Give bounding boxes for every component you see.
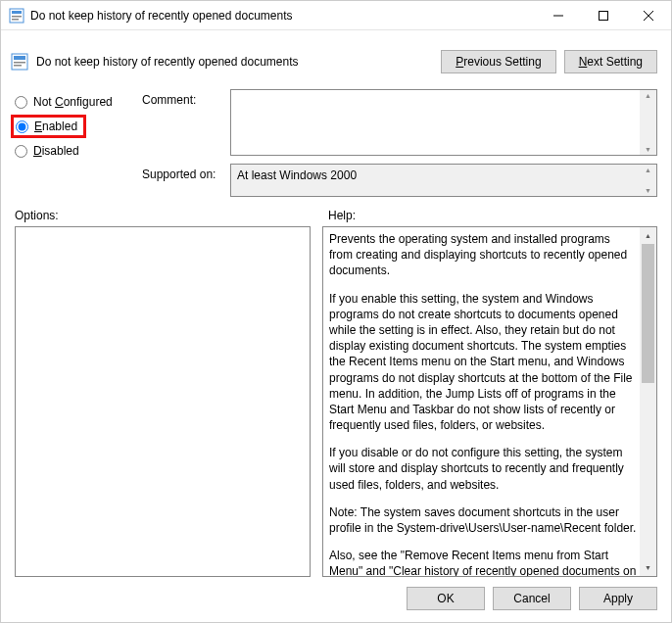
radio-not-configured[interactable]: Not Configured xyxy=(15,95,142,109)
help-text: If you disable or do not configure this … xyxy=(329,445,637,493)
supported-on-text: At least Windows 2000 xyxy=(237,168,357,182)
help-label: Help: xyxy=(328,209,657,222)
highlight-box: Enabled xyxy=(11,115,86,138)
cancel-button[interactable]: Cancel xyxy=(493,587,571,610)
previous-setting-button[interactable]: Previous Setting xyxy=(441,50,555,73)
scroll-down-icon[interactable]: ▼ xyxy=(640,559,656,576)
next-setting-button[interactable]: Next Setting xyxy=(564,50,657,73)
apply-button[interactable]: Apply xyxy=(579,587,657,610)
window-title: Do not keep history of recently opened d… xyxy=(30,9,536,23)
svg-rect-11 xyxy=(14,65,22,67)
radio-enabled[interactable]: Enabled xyxy=(16,120,77,133)
radio-enabled-input[interactable] xyxy=(16,120,28,133)
help-text: If you enable this setting, the system a… xyxy=(329,291,637,434)
svg-rect-9 xyxy=(14,56,25,60)
titlebar: Do not keep history of recently opened d… xyxy=(1,1,671,30)
minimize-button[interactable] xyxy=(536,1,581,30)
policy-icon xyxy=(11,53,28,71)
comment-textarea[interactable]: ▲ ▼ xyxy=(230,89,657,156)
scroll-up-icon[interactable]: ▲ xyxy=(640,90,656,101)
supported-scrollbar: ▲ ▼ xyxy=(640,165,656,196)
help-text: Also, see the "Remove Recent Items menu … xyxy=(329,548,637,577)
help-panel: Prevents the operating system and instal… xyxy=(322,226,657,577)
supported-on-label: Supported on: xyxy=(142,164,230,197)
close-button[interactable] xyxy=(626,1,671,30)
scroll-up-icon[interactable]: ▲ xyxy=(640,227,656,244)
radio-disabled-input[interactable] xyxy=(15,145,27,158)
options-label: Options: xyxy=(15,209,311,222)
content: Not Configured Enabled Disabled Comment:… xyxy=(1,85,671,577)
policy-icon xyxy=(9,8,24,24)
ok-button[interactable]: OK xyxy=(407,587,485,610)
svg-rect-1 xyxy=(12,11,22,14)
radio-not-configured-input[interactable] xyxy=(15,96,27,109)
scroll-thumb[interactable] xyxy=(642,244,654,383)
help-text: Note: The system saves document shortcut… xyxy=(329,504,637,536)
svg-rect-2 xyxy=(12,16,22,18)
maximize-button[interactable] xyxy=(581,1,626,30)
comment-label: Comment: xyxy=(142,89,230,156)
policy-name: Do not keep history of recently opened d… xyxy=(36,55,441,69)
footer: OK Cancel Apply xyxy=(1,577,671,622)
help-scrollbar[interactable]: ▲ ▼ xyxy=(640,227,656,576)
scroll-up-icon: ▲ xyxy=(640,165,656,175)
options-panel xyxy=(15,226,311,577)
scroll-track[interactable] xyxy=(640,244,656,559)
radio-disabled[interactable]: Disabled xyxy=(15,144,142,158)
scroll-down-icon: ▼ xyxy=(640,185,656,196)
help-text: Prevents the operating system and instal… xyxy=(329,231,637,279)
svg-rect-5 xyxy=(600,11,608,20)
header: Do not keep history of recently opened d… xyxy=(1,30,671,85)
scroll-down-icon[interactable]: ▼ xyxy=(640,144,656,155)
svg-rect-10 xyxy=(14,62,25,64)
comment-scrollbar[interactable]: ▲ ▼ xyxy=(640,90,656,155)
svg-rect-3 xyxy=(12,19,19,21)
state-radio-group: Not Configured Enabled Disabled xyxy=(15,89,142,205)
supported-on-value: At least Windows 2000 ▲ ▼ xyxy=(230,164,657,197)
